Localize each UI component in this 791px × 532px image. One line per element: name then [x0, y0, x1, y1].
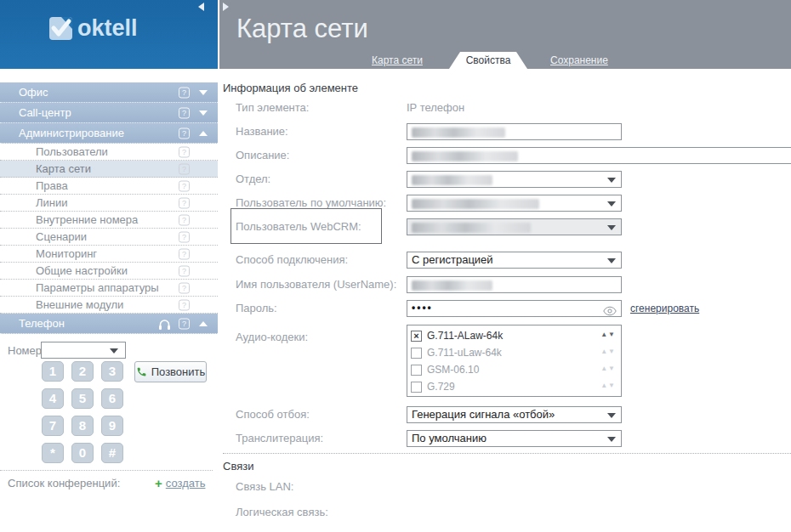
sidebar-section-administration[interactable]: Администрирование ?: [0, 123, 218, 144]
keypad-8[interactable]: 8: [71, 416, 94, 436]
help-icon[interactable]: ?: [179, 214, 190, 225]
chevron-down-icon[interactable]: [199, 90, 208, 95]
call-button[interactable]: Позвонить: [134, 361, 207, 382]
sidebar-item-users[interactable]: Пользователи ?: [0, 144, 218, 161]
checkbox-unchecked-icon[interactable]: [411, 348, 422, 359]
keypad-7[interactable]: 7: [42, 416, 64, 436]
tab-network-map[interactable]: Карта сети: [372, 52, 423, 69]
conference-row: Список конференций: + создать: [0, 470, 213, 477]
help-icon[interactable]: ?: [179, 282, 190, 293]
sidebar-item-lines[interactable]: Линии ?: [0, 195, 218, 212]
codec-row: G.711-uLaw-64k ▲▼: [411, 344, 617, 361]
checkbox-unchecked-icon[interactable]: [411, 365, 422, 376]
move-up-icon[interactable]: ▲: [600, 365, 608, 372]
create-conference-link[interactable]: + создать: [155, 477, 205, 490]
sidebar-item-monitoring[interactable]: Мониторинг ?: [0, 246, 218, 263]
keypad-6[interactable]: 6: [101, 388, 123, 409]
sidebar-section-office[interactable]: Офис ?: [0, 82, 218, 103]
checkbox-unchecked-icon[interactable]: [411, 382, 422, 393]
name-input[interactable]: [407, 123, 622, 140]
move-up-icon[interactable]: ▲: [600, 331, 608, 338]
collapse-sidebar-icon[interactable]: [198, 3, 204, 11]
default-user-select[interactable]: [407, 195, 622, 212]
checkbox-checked-icon[interactable]: ×: [411, 331, 422, 342]
help-icon[interactable]: ?: [179, 265, 190, 276]
chevron-down-icon[interactable]: [199, 110, 208, 116]
sidebar-item-rights[interactable]: Права ?: [0, 178, 218, 195]
item-label: Внутренние номера: [36, 213, 138, 226]
transliteration-select[interactable]: По умолчанию: [407, 430, 622, 447]
chevron-down-icon: [607, 437, 616, 442]
headset-icon: [158, 317, 171, 337]
move-down-icon[interactable]: ▼: [608, 331, 616, 338]
section-divider: [223, 453, 791, 454]
item-label: Права: [36, 179, 68, 192]
keypad-3[interactable]: 3: [101, 361, 123, 382]
item-label: Пользователи: [36, 145, 108, 158]
redacted-value: [412, 223, 531, 233]
sidebar-header: oktell: [0, 0, 218, 69]
tab-properties[interactable]: Свойства: [449, 52, 527, 69]
keypad-2[interactable]: 2: [71, 361, 94, 382]
chevron-up-icon[interactable]: [199, 321, 208, 326]
keypad-4[interactable]: 4: [42, 388, 64, 409]
move-down-icon[interactable]: ▼: [608, 348, 616, 355]
move-up-icon[interactable]: ▲: [600, 348, 608, 355]
help-icon[interactable]: ?: [179, 197, 190, 208]
sidebar-item-scenarios[interactable]: Сценарии ?: [0, 229, 218, 246]
department-label: Отдел:: [236, 171, 270, 188]
keypad-5[interactable]: 5: [71, 388, 94, 409]
tab-saving[interactable]: Сохранение: [550, 52, 608, 69]
hangup-select[interactable]: Генерация сигнала «отбой»: [407, 406, 622, 423]
help-icon[interactable]: ?: [179, 127, 190, 139]
keypad-0[interactable]: 0: [71, 443, 94, 463]
sidebar-section-callcenter[interactable]: Call-центр ?: [0, 103, 218, 123]
description-input[interactable]: [407, 147, 791, 164]
show-password-icon[interactable]: [603, 304, 617, 320]
type-value: IP телефон: [407, 99, 464, 116]
help-icon[interactable]: ?: [179, 163, 190, 174]
number-combobox[interactable]: [41, 342, 126, 359]
keypad-hash[interactable]: #: [101, 443, 123, 463]
sidebar-item-general-settings[interactable]: Общие настройки ?: [0, 263, 218, 280]
generate-password-link[interactable]: сгенерировать: [630, 300, 699, 317]
sidebar-item-network-map[interactable]: Карта сети ?: [0, 161, 218, 178]
redacted-value: [412, 175, 492, 185]
sidebar-item-external-modules[interactable]: Внешние модули ?: [0, 297, 218, 314]
type-label: Тип элемента:: [236, 99, 309, 116]
webcrm-user-select[interactable]: [407, 218, 622, 235]
help-icon[interactable]: ?: [179, 299, 190, 310]
password-input[interactable]: ••••: [407, 300, 622, 317]
password-value: ••••: [412, 302, 433, 314]
help-icon[interactable]: ?: [179, 231, 190, 242]
sidebar-section-phone[interactable]: Телефон ?: [0, 314, 218, 334]
redacted-value: [412, 280, 492, 291]
create-link-label: создать: [166, 477, 206, 490]
chevron-up-icon[interactable]: [199, 131, 208, 136]
help-icon[interactable]: ?: [179, 107, 190, 118]
sidebar-item-hardware-params[interactable]: Параметры аппаратуры ?: [0, 280, 218, 297]
move-up-icon[interactable]: ▲: [600, 382, 608, 389]
keypad-star[interactable]: *: [42, 443, 64, 463]
chevron-down-icon: [607, 225, 616, 230]
conference-list-label: Список конференций:: [8, 477, 120, 490]
move-down-icon[interactable]: ▼: [608, 382, 616, 389]
help-icon[interactable]: ?: [179, 248, 190, 259]
department-select[interactable]: [407, 171, 622, 188]
page-title: Карта сети: [236, 14, 368, 44]
sidebar-item-internal-numbers[interactable]: Внутренние номера ?: [0, 212, 218, 229]
move-down-icon[interactable]: ▼: [608, 365, 616, 372]
connection-select[interactable]: С регистрацией: [407, 252, 622, 269]
password-label: Пароль:: [236, 300, 277, 317]
section-label: Офис: [19, 86, 48, 99]
help-icon[interactable]: ?: [179, 318, 190, 329]
expand-panel-icon[interactable]: [223, 3, 229, 11]
help-icon[interactable]: ?: [179, 87, 190, 98]
keypad-1[interactable]: 1: [42, 361, 64, 382]
help-icon[interactable]: ?: [179, 146, 190, 157]
section-label: Телефон: [19, 317, 65, 330]
chevron-down-icon: [607, 413, 616, 418]
help-icon[interactable]: ?: [179, 180, 190, 191]
username-input[interactable]: [407, 276, 622, 293]
keypad-9[interactable]: 9: [101, 416, 123, 436]
